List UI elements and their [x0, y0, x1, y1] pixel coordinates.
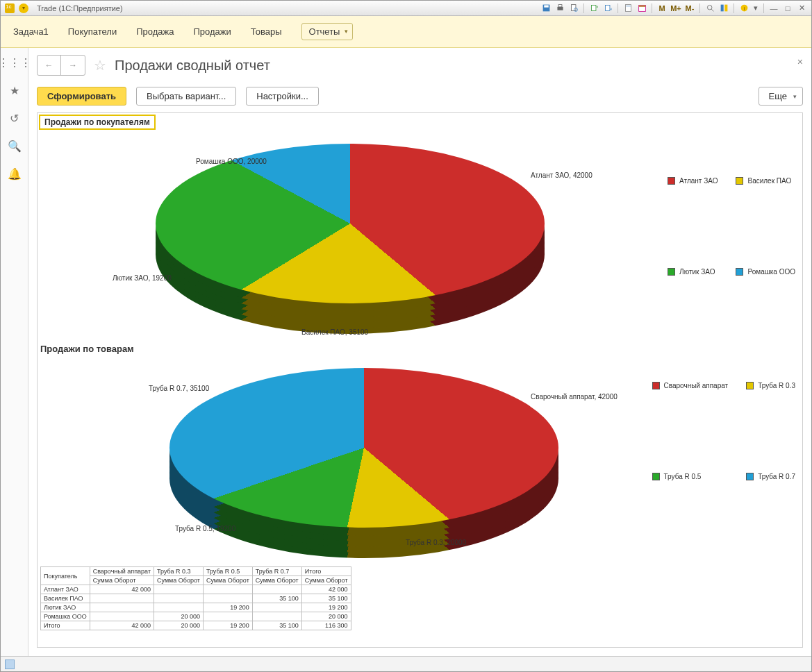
- cell: Ромашка ООО: [41, 612, 90, 621]
- titlebar: ▾ Trade (1С:Предприятие) M M+ M- i ▾ —: [1, 1, 811, 16]
- svg-rect-14: [720, 5, 723, 12]
- callout-svar: Сварочный аппарат, 42000: [531, 393, 618, 401]
- section-label-buyers: Продажи по покупателям: [39, 115, 156, 130]
- app-menu-dropdown[interactable]: ▾: [19, 3, 28, 13]
- col-c1: Сварочный аппарат: [90, 567, 154, 576]
- calc-icon[interactable]: [622, 3, 633, 14]
- legend-item: Сварочный аппарат: [652, 382, 729, 389]
- swatch: [668, 177, 675, 185]
- table-row: Василек ПАО35 10035 100: [41, 594, 351, 603]
- memory-mminus-button[interactable]: M-: [684, 3, 695, 14]
- bell-icon[interactable]: 🔔: [7, 166, 22, 181]
- swatch: [668, 268, 675, 276]
- minimize-button[interactable]: —: [768, 3, 779, 14]
- cell: [154, 585, 204, 594]
- legend-item: Атлант ЗАО: [668, 177, 718, 185]
- more-button[interactable]: Еще: [759, 87, 803, 106]
- cell: [154, 594, 204, 603]
- legend-item: Ромашка ООО: [736, 268, 795, 276]
- cell: Атлант ЗАО: [41, 585, 90, 594]
- info-dropdown-icon[interactable]: ▾: [752, 3, 759, 14]
- cell: [252, 612, 301, 621]
- cell: [90, 594, 154, 603]
- svg-rect-6: [591, 5, 596, 10]
- cell: 19 200: [301, 603, 351, 612]
- callout-lutik: Лютик ЗАО, 19200: [113, 274, 172, 282]
- preview-icon[interactable]: [568, 3, 579, 14]
- star-icon[interactable]: ★: [7, 83, 22, 98]
- table-footer-row: Итого 42 000 20 000 19 200 35 100 116 30…: [41, 621, 351, 630]
- section-sales[interactable]: Продажи: [193, 26, 231, 37]
- swatch: [652, 382, 660, 389]
- section-reports[interactable]: Отчеты: [301, 23, 354, 40]
- legend-label: Труба R 0.3: [758, 382, 795, 389]
- svg-rect-7: [605, 5, 610, 10]
- summary-table: Покупатель Сварочный аппарат Труба R 0.3…: [40, 566, 351, 630]
- app-icon: [5, 3, 15, 13]
- legend-label: Труба R 0.7: [758, 473, 795, 480]
- chart-goods: Сварочный аппарат, 42000 Труба R 0.3, 20…: [38, 354, 802, 562]
- nav-forward-button[interactable]: →: [61, 56, 85, 75]
- cell: [203, 612, 252, 621]
- cell: 42 000: [301, 585, 351, 594]
- section-task1[interactable]: Задача1: [13, 26, 49, 37]
- section-buyers[interactable]: Покупатели: [68, 26, 117, 37]
- section-label-goods: Продажи по товарам: [40, 344, 802, 354]
- sub: Сумма Оборот: [203, 576, 252, 585]
- generate-button[interactable]: Сформировать: [37, 87, 126, 106]
- swatch: [736, 177, 743, 185]
- table-row: Атлант ЗАО42 00042 000: [41, 585, 351, 594]
- cell: [203, 585, 252, 594]
- col-total: Итого: [301, 567, 351, 576]
- section-goods[interactable]: Товары: [251, 26, 282, 37]
- memory-m-button[interactable]: M: [656, 3, 668, 14]
- window-title: Trade (1С:Предприятие): [37, 4, 123, 12]
- sub: Сумма Оборот: [301, 576, 351, 585]
- svg-rect-1: [544, 5, 549, 7]
- info-icon[interactable]: i: [738, 3, 749, 14]
- callout-atlant: Атлант ЗАО, 42000: [531, 171, 593, 179]
- cell: 20 000: [301, 612, 351, 621]
- choose-variant-button[interactable]: Выбрать вариант...: [136, 87, 236, 106]
- svg-point-12: [707, 5, 712, 10]
- section-sale[interactable]: Продажа: [136, 26, 174, 37]
- memory-mplus-button[interactable]: M+: [670, 3, 681, 14]
- callout-r03: Труба R 0.3, 20000: [406, 539, 466, 546]
- print-icon[interactable]: [554, 3, 565, 14]
- close-page-button[interactable]: ×: [797, 56, 803, 67]
- search-icon[interactable]: 🔍: [7, 138, 22, 153]
- favorite-star-icon[interactable]: ☆: [94, 57, 106, 74]
- cell: Василек ПАО: [41, 594, 90, 603]
- col-c4: Труба R 0.7: [252, 567, 301, 576]
- svg-rect-9: [626, 5, 631, 6]
- save-icon[interactable]: [540, 3, 552, 14]
- cell: [90, 612, 154, 621]
- doc-down-icon[interactable]: [602, 3, 613, 14]
- cell: 20 000: [154, 621, 204, 630]
- legend-item: Лютик ЗАО: [668, 268, 718, 276]
- calendar-icon[interactable]: [636, 3, 647, 14]
- zoom-icon[interactable]: [704, 3, 715, 14]
- doc-up-icon[interactable]: [588, 3, 599, 14]
- grid-icon[interactable]: ⋮⋮⋮: [7, 55, 22, 70]
- nav-back-button[interactable]: ←: [38, 56, 61, 75]
- close-window-button[interactable]: ✕: [796, 3, 807, 14]
- legend-label: Лютик ЗАО: [679, 268, 715, 276]
- legend-item: Василек ПАО: [736, 177, 795, 185]
- history-icon[interactable]: ↺: [7, 110, 22, 126]
- panes-icon[interactable]: [718, 3, 729, 14]
- settings-button[interactable]: Настройки...: [246, 87, 319, 106]
- statusbar-icon[interactable]: [5, 660, 15, 669]
- legend-buyers: Атлант ЗАО Василек ПАО Лютик ЗАО Ромашка…: [668, 177, 795, 276]
- table-row: Лютик ЗАО19 20019 200: [41, 603, 351, 612]
- legend-label: Труба R 0.5: [664, 473, 702, 480]
- cell: 116 300: [301, 621, 351, 630]
- sub: Сумма Оборот: [90, 576, 154, 585]
- legend-label: Ромашка ООО: [747, 268, 795, 276]
- maximize-button[interactable]: □: [782, 3, 793, 14]
- legend-label: Атлант ЗАО: [679, 177, 718, 185]
- statusbar: [1, 656, 811, 671]
- table-row: Ромашка ООО20 00020 000: [41, 612, 351, 621]
- nav-arrows: ← →: [37, 55, 85, 76]
- sub: Сумма Оборот: [154, 576, 204, 585]
